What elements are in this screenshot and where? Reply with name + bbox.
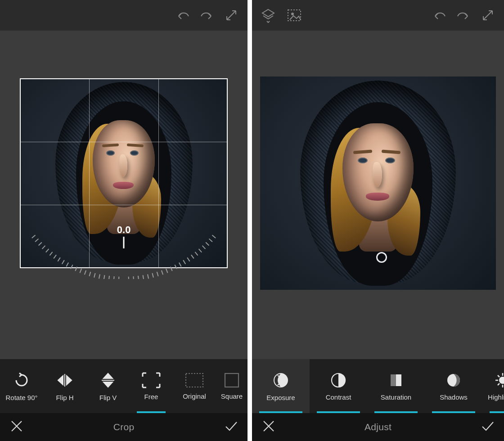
shadows-button[interactable]: Shadows bbox=[425, 359, 482, 413]
tool-label: Square bbox=[221, 392, 243, 400]
svg-line-39 bbox=[39, 242, 42, 245]
svg-line-14 bbox=[157, 272, 158, 276]
mode-title: Adjust bbox=[364, 422, 392, 432]
svg-line-6 bbox=[191, 255, 194, 258]
crop-topbar bbox=[0, 0, 248, 31]
tool-label: Rotate 90° bbox=[5, 394, 37, 401]
svg-line-38 bbox=[42, 246, 45, 249]
svg-line-36 bbox=[50, 252, 52, 256]
fullscreen-button[interactable] bbox=[221, 5, 241, 25]
svg-line-40 bbox=[35, 239, 38, 242]
highlights-button[interactable]: Highlights bbox=[482, 359, 504, 413]
tool-label: Saturation bbox=[381, 393, 411, 401]
tool-label: Highlights bbox=[488, 393, 504, 401]
tool-label: Flip H bbox=[56, 394, 73, 401]
svg-rect-42 bbox=[186, 374, 203, 387]
cancel-button[interactable] bbox=[262, 419, 275, 435]
svg-line-4 bbox=[199, 249, 202, 252]
layers-button[interactable] bbox=[258, 5, 278, 25]
undo-button[interactable] bbox=[173, 5, 193, 25]
mode-title: Crop bbox=[113, 422, 135, 432]
flip-horizontal-button[interactable]: Flip H bbox=[43, 359, 86, 413]
rotation-dial[interactable]: 0.0 bbox=[20, 224, 227, 278]
crop-canvas[interactable]: 0.0 bbox=[0, 31, 248, 359]
rotate-90-button[interactable]: Rotate 90° bbox=[0, 359, 43, 413]
confirm-button[interactable] bbox=[481, 419, 494, 435]
svg-line-9 bbox=[179, 262, 181, 266]
contrast-button[interactable]: Contrast bbox=[310, 359, 367, 413]
svg-line-13 bbox=[162, 270, 163, 274]
svg-line-24 bbox=[104, 275, 105, 279]
svg-line-23 bbox=[109, 276, 109, 279]
svg-line-15 bbox=[152, 273, 153, 278]
svg-line-11 bbox=[171, 267, 172, 271]
svg-line-3 bbox=[202, 246, 206, 249]
crop-toolbar: Rotate 90° Flip H Flip V Free Original bbox=[0, 359, 248, 413]
saturation-button[interactable]: Saturation bbox=[367, 359, 425, 413]
svg-line-2 bbox=[206, 242, 209, 245]
svg-line-34 bbox=[58, 257, 60, 261]
svg-rect-49 bbox=[396, 374, 401, 386]
svg-rect-48 bbox=[391, 374, 396, 386]
svg-line-22 bbox=[114, 276, 114, 279]
rotation-dial-ticks bbox=[20, 230, 227, 279]
svg-line-8 bbox=[183, 260, 185, 264]
flip-vertical-button[interactable]: Flip V bbox=[86, 359, 130, 413]
adjust-topbar bbox=[252, 0, 504, 31]
tool-label: Free bbox=[144, 393, 158, 400]
svg-line-33 bbox=[62, 260, 64, 264]
svg-line-29 bbox=[80, 269, 82, 273]
tool-label: Original bbox=[183, 392, 206, 400]
undo-button[interactable] bbox=[429, 5, 449, 25]
crop-editor-panel: 0.0 Rotate 90° Flip H Flip V bbox=[0, 0, 248, 441]
svg-line-28 bbox=[85, 270, 86, 274]
svg-line-41 bbox=[32, 235, 36, 238]
cancel-button[interactable] bbox=[10, 419, 23, 435]
svg-line-7 bbox=[187, 257, 190, 261]
svg-line-10 bbox=[175, 265, 176, 269]
svg-line-31 bbox=[71, 265, 72, 269]
confirm-button[interactable] bbox=[224, 419, 238, 435]
tool-label: Exposure bbox=[266, 394, 295, 401]
fullscreen-button[interactable] bbox=[478, 5, 498, 25]
svg-line-16 bbox=[148, 274, 148, 279]
exposure-button[interactable]: Exposure bbox=[252, 359, 310, 413]
aspect-square-button[interactable]: Square bbox=[216, 359, 248, 413]
redo-button[interactable] bbox=[454, 5, 473, 25]
svg-point-45 bbox=[291, 13, 294, 15]
image-picker-button[interactable] bbox=[284, 5, 304, 25]
aspect-free-button[interactable]: Free bbox=[130, 359, 173, 413]
redo-button[interactable] bbox=[197, 5, 217, 25]
svg-line-18 bbox=[138, 276, 139, 279]
svg-rect-43 bbox=[225, 374, 238, 387]
svg-line-17 bbox=[143, 275, 144, 279]
adjust-value-slider[interactable] bbox=[263, 245, 504, 270]
crop-action-bar: Crop bbox=[0, 413, 248, 441]
adjust-editor-panel: Exposure Contrast Saturation Shadows bbox=[252, 0, 504, 441]
tool-label: Shadows bbox=[440, 393, 468, 401]
svg-line-5 bbox=[195, 252, 198, 256]
adjust-canvas[interactable] bbox=[252, 31, 504, 359]
svg-line-35 bbox=[54, 255, 56, 258]
svg-line-37 bbox=[46, 249, 49, 252]
svg-line-19 bbox=[133, 276, 134, 279]
adjust-toolbar: Exposure Contrast Saturation Shadows bbox=[252, 359, 504, 413]
svg-line-0 bbox=[212, 235, 216, 238]
tool-label: Contrast bbox=[326, 393, 351, 401]
svg-line-27 bbox=[89, 272, 90, 276]
svg-point-51 bbox=[499, 377, 504, 384]
svg-line-1 bbox=[209, 239, 212, 242]
svg-line-12 bbox=[166, 269, 168, 273]
svg-line-30 bbox=[75, 267, 77, 271]
svg-line-26 bbox=[94, 273, 95, 278]
aspect-original-button[interactable]: Original bbox=[173, 359, 216, 413]
svg-line-25 bbox=[99, 274, 100, 279]
tool-label: Flip V bbox=[99, 394, 117, 401]
svg-line-32 bbox=[66, 262, 68, 266]
adjust-action-bar: Adjust bbox=[252, 413, 504, 441]
